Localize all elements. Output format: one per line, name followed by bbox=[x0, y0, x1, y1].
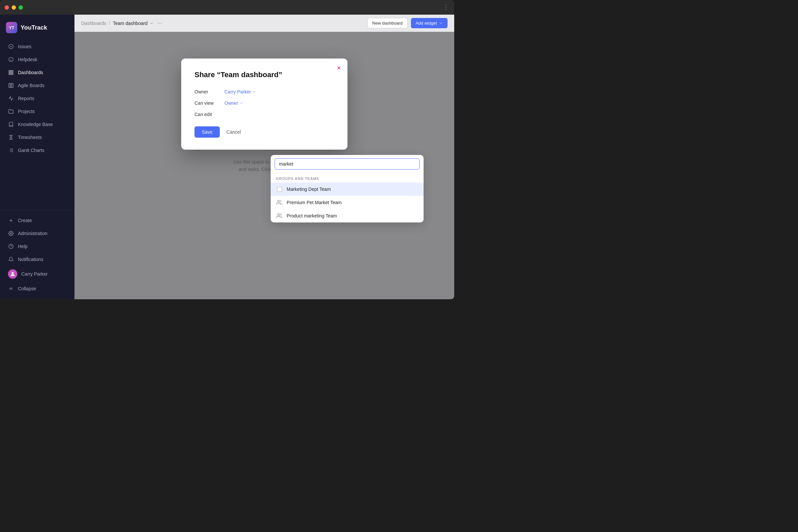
avatar bbox=[8, 269, 17, 279]
grid-icon bbox=[8, 70, 14, 75]
sidebar-item-user[interactable]: Carry Parker bbox=[2, 266, 73, 282]
sidebar-item-gantt-charts[interactable]: Gantt Charts bbox=[2, 144, 73, 157]
chevron-down-icon bbox=[439, 21, 443, 25]
checkbox-icon bbox=[276, 186, 283, 192]
sidebar: YT YouTrack Issues Helpdesk bbox=[0, 15, 75, 299]
new-dashboard-button[interactable]: New dashboard bbox=[367, 18, 407, 28]
dropdown-search-container bbox=[271, 155, 424, 173]
svg-rect-8 bbox=[8, 83, 10, 88]
sidebar-item-knowledge-base[interactable]: Knowledge Base bbox=[2, 118, 73, 131]
modal-actions: Save Cancel bbox=[194, 126, 334, 138]
sidebar-item-administration[interactable]: Administration bbox=[2, 227, 73, 240]
chart-line-icon bbox=[8, 95, 14, 101]
chevron-down-icon bbox=[150, 21, 154, 25]
modal-can-view-field: Can view Owner bbox=[194, 100, 334, 106]
headset-icon bbox=[8, 57, 14, 62]
sidebar-item-issues-label: Issues bbox=[18, 44, 31, 49]
modal-can-view-value[interactable]: Owner bbox=[225, 100, 243, 106]
sidebar-item-collapse[interactable]: Collapse bbox=[2, 282, 73, 295]
sidebar-item-helpdesk-label: Helpdesk bbox=[18, 57, 37, 62]
check-circle-icon bbox=[8, 43, 14, 50]
modal-overlay: × Share “Team dashboard” Owner Carry Par… bbox=[75, 32, 454, 299]
svg-point-22 bbox=[12, 272, 14, 274]
dropdown-section-label: GROUPS AND TEAMS bbox=[271, 173, 424, 183]
bell-icon bbox=[8, 256, 14, 262]
sidebar-item-issues[interactable]: Issues bbox=[2, 40, 73, 53]
svg-point-1 bbox=[8, 57, 13, 61]
share-dashboard-modal: × Share “Team dashboard” Owner Carry Par… bbox=[181, 58, 347, 150]
breadcrumb-parent[interactable]: Dashboards bbox=[81, 21, 107, 26]
chevrons-left-icon bbox=[8, 286, 14, 291]
save-button[interactable]: Save bbox=[194, 126, 220, 138]
dropdown-item-product-marketing-team-label: Product marketing Team bbox=[287, 213, 337, 218]
gantt-icon bbox=[8, 147, 14, 153]
modal-can-view-label: Can view bbox=[194, 100, 225, 106]
sidebar-item-reports[interactable]: Reports bbox=[2, 92, 73, 105]
svg-rect-7 bbox=[9, 73, 11, 75]
minimize-window-button[interactable] bbox=[12, 5, 16, 10]
modal-can-view-name: Owner bbox=[225, 100, 238, 106]
sidebar-user-label: Carry Parker bbox=[21, 271, 48, 277]
add-widget-button[interactable]: Add widget bbox=[411, 18, 448, 28]
breadcrumb-more-icon[interactable]: ··· bbox=[158, 20, 162, 26]
folder-icon bbox=[8, 108, 14, 114]
main-content: Dashboards / Team dashboard ··· New dash… bbox=[75, 15, 454, 299]
sidebar-item-help[interactable]: Help bbox=[2, 240, 73, 253]
svg-rect-6 bbox=[11, 73, 13, 75]
breadcrumb-current-label: Team dashboard bbox=[113, 21, 147, 26]
breadcrumb-current: Team dashboard bbox=[113, 21, 153, 26]
sidebar-item-notifications[interactable]: Notifications bbox=[2, 253, 73, 266]
svg-rect-5 bbox=[11, 71, 13, 72]
modal-owner-value[interactable]: Carry Parker bbox=[225, 89, 256, 94]
search-dropdown: GROUPS AND TEAMS Marketing Dept Team bbox=[271, 155, 424, 223]
dropdown-item-marketing-dept-team[interactable]: Marketing Dept Team bbox=[271, 183, 424, 196]
sidebar-item-helpdesk[interactable]: Helpdesk bbox=[2, 53, 73, 66]
sidebar-item-timesheets[interactable]: Timesheets bbox=[2, 131, 73, 144]
sidebar-item-create-label: Create bbox=[18, 218, 32, 223]
sidebar-item-agile-boards[interactable]: Agile Boards bbox=[2, 79, 73, 92]
modal-title: Share “Team dashboard” bbox=[194, 71, 334, 79]
modal-close-button[interactable]: × bbox=[337, 64, 341, 71]
modal-owner-label: Owner bbox=[194, 89, 225, 94]
sidebar-item-projects-label: Projects bbox=[18, 109, 35, 114]
app-layout: YT YouTrack Issues Helpdesk bbox=[0, 15, 454, 299]
sidebar-nav: Issues Helpdesk Dashboards bbox=[0, 40, 75, 208]
sidebar-item-create[interactable]: Create bbox=[2, 214, 73, 227]
svg-point-24 bbox=[278, 213, 280, 215]
main-area: Use this space to track information rele… bbox=[75, 32, 454, 299]
modal-owner-field: Owner Carry Parker bbox=[194, 89, 334, 94]
sidebar-bottom: Create Administration Help bbox=[0, 210, 75, 295]
dropdown-item-marketing-dept-team-label: Marketing Dept Team bbox=[287, 187, 331, 192]
svg-point-19 bbox=[10, 233, 12, 234]
group-icon bbox=[276, 212, 283, 219]
modal-owner-name: Carry Parker bbox=[225, 89, 251, 94]
sidebar-item-gantt-charts-label: Gantt Charts bbox=[18, 148, 44, 153]
group-icon bbox=[276, 199, 283, 206]
sidebar-item-knowledge-base-label: Knowledge Base bbox=[18, 122, 53, 127]
logo-initials: YT bbox=[9, 25, 15, 30]
sidebar-item-dashboards[interactable]: Dashboards bbox=[2, 66, 73, 79]
logo-icon: YT bbox=[6, 22, 17, 33]
cancel-button[interactable]: Cancel bbox=[223, 126, 244, 138]
search-input[interactable] bbox=[274, 158, 420, 170]
dropdown-item-premium-pet-market-team[interactable]: Premium Pet Market Team bbox=[271, 196, 424, 209]
sidebar-item-administration-label: Administration bbox=[18, 231, 48, 236]
window-menu-icon[interactable]: ⋮ bbox=[443, 4, 450, 11]
traffic-lights bbox=[5, 5, 23, 10]
sidebar-item-help-label: Help bbox=[18, 244, 27, 249]
maximize-window-button[interactable] bbox=[19, 5, 23, 10]
sidebar-item-projects[interactable]: Projects bbox=[2, 105, 73, 118]
plus-icon bbox=[8, 217, 14, 224]
close-window-button[interactable] bbox=[5, 5, 9, 10]
sidebar-item-reports-label: Reports bbox=[18, 96, 34, 101]
dropdown-item-product-marketing-team[interactable]: Product marketing Team bbox=[271, 209, 424, 223]
svg-point-23 bbox=[278, 200, 280, 202]
book-icon bbox=[8, 121, 14, 127]
svg-rect-4 bbox=[9, 71, 11, 72]
app-window: ⋮ YT YouTrack Issues bbox=[0, 0, 454, 299]
modal-can-edit-label: Can edit bbox=[194, 112, 225, 117]
topbar: Dashboards / Team dashboard ··· New dash… bbox=[75, 15, 454, 32]
dropdown-item-premium-pet-market-team-label: Premium Pet Market Team bbox=[287, 200, 341, 205]
sidebar-collapse-label: Collapse bbox=[18, 286, 36, 291]
modal-can-edit-field: Can edit bbox=[194, 112, 334, 117]
